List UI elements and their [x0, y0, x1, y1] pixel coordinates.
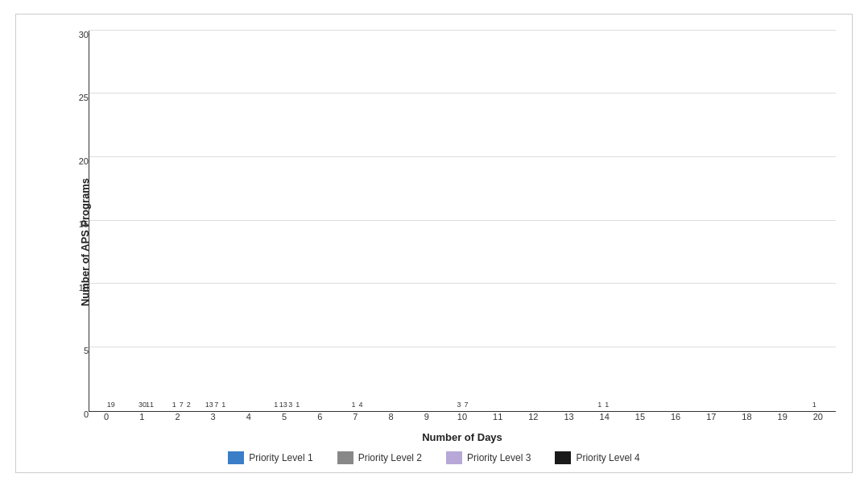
bar-value-label: 13: [205, 401, 213, 409]
legend-label: Priority Level 2: [358, 452, 422, 463]
x-tick-label: 20: [800, 412, 836, 428]
chart-container: Number of APS Programs 051015202530 1930…: [15, 14, 853, 473]
x-axis-title: Number of Days: [89, 431, 836, 443]
bar-value-label: 11: [146, 401, 154, 409]
legend-item: Priority Level 2: [337, 451, 422, 464]
x-tick-label: 4: [231, 412, 267, 428]
bar-value-label: 13: [279, 401, 287, 409]
legend-color-box: [228, 451, 244, 464]
x-tick-label: 19: [765, 412, 800, 428]
legend-item: Priority Level 1: [228, 451, 312, 464]
plot-area: 1930111721371113311437111 01234567891011…: [89, 31, 836, 443]
x-tick-label: 16: [658, 412, 693, 428]
bar-value-label: 7: [180, 401, 184, 409]
x-tick-label: 18: [729, 412, 764, 428]
x-tick-label: 8: [374, 412, 409, 428]
x-tick-label: 11: [480, 412, 515, 428]
legend-label: Priority Level 1: [249, 452, 312, 463]
legend: Priority Level 1Priority Level 2Priority…: [32, 451, 836, 464]
bar-value-label: 1: [812, 401, 816, 409]
x-tick-label: 10: [444, 412, 480, 428]
x-tick-label: 1: [124, 412, 159, 428]
y-tick-label: 20: [79, 157, 89, 166]
x-tick-label: 9: [409, 412, 444, 428]
bar-value-label: 7: [214, 401, 218, 409]
legend-label: Priority Level 3: [467, 452, 531, 463]
legend-item: Priority Level 4: [555, 451, 639, 464]
x-tick-label: 6: [302, 412, 337, 428]
bar-value-label: 1: [221, 401, 225, 409]
x-tick-label: 17: [693, 412, 729, 428]
bar-value-label: 19: [107, 401, 115, 409]
y-tick-label: 25: [79, 93, 89, 102]
legend-color-box: [555, 451, 571, 464]
bar-value-label: 7: [465, 401, 469, 409]
x-tick-label: 14: [587, 412, 622, 428]
x-tick-label: 5: [267, 412, 302, 428]
legend-label: Priority Level 4: [576, 452, 639, 463]
bar-value-label: 1: [597, 401, 601, 409]
bar-value-label: 3: [288, 401, 292, 409]
bar-value-label: 3: [457, 401, 461, 409]
x-tick-label: 0: [89, 412, 124, 428]
bar-value-label: 2: [187, 401, 191, 409]
bar-value-label: 4: [359, 401, 363, 409]
x-tick-label: 12: [515, 412, 551, 428]
x-tick-label: 3: [196, 412, 231, 428]
x-tick-label: 15: [622, 412, 658, 428]
y-tick-label: 30: [79, 31, 89, 39]
bar-value-label: 1: [352, 401, 356, 409]
bar-value-label: 1: [296, 401, 300, 409]
x-tick-label: 7: [337, 412, 373, 428]
legend-color-box: [337, 451, 353, 464]
legend-color-box: [446, 451, 462, 464]
x-tick-label: 2: [159, 412, 195, 428]
bar-value-label: 1: [605, 401, 609, 409]
bar-value-label: 1: [172, 401, 176, 409]
bars-and-grid: 1930111721371113311437111: [89, 31, 836, 412]
x-tick-label: 13: [551, 412, 586, 428]
bar-value-label: 1: [274, 401, 278, 409]
legend-item: Priority Level 3: [446, 451, 531, 464]
chart-body: 051015202530 1930111721371113311437111 0…: [64, 31, 836, 443]
